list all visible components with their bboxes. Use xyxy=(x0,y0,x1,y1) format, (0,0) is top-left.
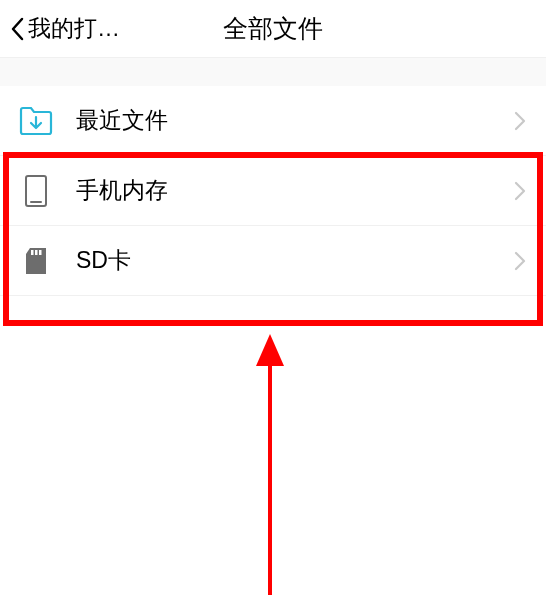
sd-card-icon xyxy=(18,243,54,279)
download-folder-icon xyxy=(18,103,54,139)
svg-marker-6 xyxy=(256,334,284,366)
svg-rect-2 xyxy=(31,250,34,255)
list-item-phone-storage[interactable]: 手机内存 xyxy=(0,156,546,226)
storage-list: 最近文件 手机内存 SD卡 xyxy=(0,86,546,296)
svg-rect-4 xyxy=(39,250,42,255)
chevron-left-icon xyxy=(8,15,26,43)
chevron-right-icon xyxy=(514,249,528,273)
page-title: 全部文件 xyxy=(223,12,323,45)
section-gap xyxy=(0,58,546,86)
chevron-right-icon xyxy=(514,179,528,203)
annotation-arrow-up-icon xyxy=(250,330,290,600)
list-item-label: 最近文件 xyxy=(76,105,514,136)
chevron-right-icon xyxy=(514,109,528,133)
list-item-recent[interactable]: 最近文件 xyxy=(0,86,546,156)
svg-rect-3 xyxy=(35,250,38,255)
list-item-label: 手机内存 xyxy=(76,175,514,206)
phone-icon xyxy=(18,173,54,209)
list-item-label: SD卡 xyxy=(76,245,514,276)
back-label: 我的打… xyxy=(28,13,120,44)
back-button[interactable]: 我的打… xyxy=(0,13,120,44)
list-item-sd-card[interactable]: SD卡 xyxy=(0,226,546,296)
header: 我的打… 全部文件 xyxy=(0,0,546,58)
